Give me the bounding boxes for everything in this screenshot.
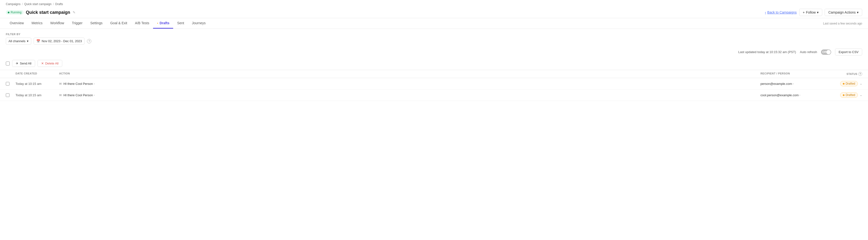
nav-tabs-list: Overview Metrics Workflow Trigger Settin… <box>6 18 823 29</box>
select-all-checkbox[interactable] <box>6 62 10 65</box>
breadcrumb: Campaigns / Quick start campaign / Draft… <box>0 0 868 7</box>
export-csv-button[interactable]: Export to CSV <box>835 49 862 56</box>
tab-settings[interactable]: Settings <box>87 18 106 29</box>
channel-filter[interactable]: All channels ▾ <box>6 37 31 44</box>
row-2-checkbox[interactable] <box>6 93 9 97</box>
row-1-checkbox[interactable] <box>6 82 9 86</box>
table-row: Today at 10:15 am ✉ HI there Cool Person… <box>0 89 868 101</box>
delete-all-button[interactable]: ✕ Delete All <box>37 60 62 67</box>
toggle-knob <box>826 50 831 54</box>
table-row: Today at 10:15 am ✉ HI there Cool Person… <box>0 78 868 89</box>
row-1-recipient-chevron: › <box>793 82 794 85</box>
breadcrumb-quick-start[interactable]: Quick start campaign <box>24 2 52 6</box>
status-label: Running <box>11 11 22 14</box>
row-2-checkbox-cell <box>6 93 16 97</box>
back-to-campaigns-button[interactable]: ‹ Back to Campaigns <box>765 10 797 14</box>
row-1-action-text: HI there Cool Person <box>63 82 93 86</box>
campaign-actions-label: Campaign Actions <box>828 10 856 14</box>
table-header: DATE CREATED ACTION RECIPIENT / PERSON S… <box>0 70 868 78</box>
date-range-filter[interactable]: 📅 Nov 02, 2023 - Dec 01, 2023 <box>34 37 85 44</box>
filter-bar: FILTER BY All channels ▾ 📅 Nov 02, 2023 … <box>0 29 868 47</box>
tab-trigger[interactable]: Trigger <box>68 18 87 29</box>
filter-label: FILTER BY <box>6 33 862 36</box>
send-all-button[interactable]: ✈ Send All <box>12 60 35 67</box>
row-1-drafted-badge: Drafted <box>840 81 858 86</box>
status-help-icon[interactable]: ? <box>858 72 862 76</box>
mail-icon-1: ✉ <box>59 82 62 86</box>
tab-workflow[interactable]: Workflow <box>46 18 68 29</box>
row-2-status: Drafted ⌄ <box>824 92 862 98</box>
back-label: Back to Campaigns <box>767 10 797 14</box>
row-2-recipient[interactable]: cool.person@example.com › <box>761 93 824 97</box>
top-bar-left: Running Quick start campaign ✎ <box>6 10 75 15</box>
chevron-right-icon-2: › <box>94 94 95 96</box>
toggle-off-label: Off <box>822 51 826 54</box>
send-icon: ✈ <box>16 62 19 65</box>
row-2-date: Today at 10:15 am <box>16 93 59 97</box>
row-2-recipient-chevron: › <box>800 94 800 96</box>
filter-controls: All channels ▾ 📅 Nov 02, 2023 - Dec 01, … <box>6 37 862 44</box>
row-2-status-chevron[interactable]: ⌄ <box>860 93 862 97</box>
delete-all-label: Delete All <box>45 62 59 65</box>
mail-icon-2: ✉ <box>59 93 62 97</box>
chevron-down-icon: ▾ <box>817 10 818 14</box>
chevron-right-icon-1: › <box>94 82 95 85</box>
th-status: STATUS ? <box>824 72 862 76</box>
row-2-email: cool.person@example.com <box>761 93 799 97</box>
follow-button[interactable]: + Follow ▾ <box>799 9 823 16</box>
campaign-actions-button[interactable]: Campaign Actions ▾ <box>825 9 862 16</box>
plus-icon: + <box>803 10 805 14</box>
nav-tabs: Overview Metrics Workflow Trigger Settin… <box>0 18 868 29</box>
row-1-date: Today at 10:15 am <box>16 82 59 86</box>
tab-sent[interactable]: Sent <box>173 18 188 29</box>
drafted-dot-1 <box>843 83 844 85</box>
follow-label: Follow <box>806 10 816 14</box>
row-1-action-link[interactable]: HI there Cool Person › <box>63 82 95 86</box>
last-updated-text: Last updated today at 10:15:32 am (PST) <box>738 50 796 54</box>
tab-journeys[interactable]: Journeys <box>188 18 210 29</box>
row-2-action-text: HI there Cool Person <box>63 93 93 97</box>
breadcrumb-sep-2: / <box>53 2 54 6</box>
row-1-checkbox-cell <box>6 82 16 86</box>
running-dot <box>8 12 9 13</box>
row-1-action: ✉ HI there Cool Person › <box>59 82 761 86</box>
th-date-created: DATE CREATED <box>16 72 59 76</box>
breadcrumb-campaigns[interactable]: Campaigns <box>6 2 21 6</box>
delete-icon: ✕ <box>41 62 44 65</box>
top-bar-right: ‹ Back to Campaigns + Follow ▾ Campaign … <box>765 9 862 16</box>
row-2-action-link[interactable]: HI there Cool Person › <box>63 93 95 97</box>
breadcrumb-sep-1: / <box>22 2 23 6</box>
drafted-dot-2 <box>843 94 844 96</box>
chevron-down-channel: ▾ <box>27 39 29 43</box>
tab-metrics[interactable]: Metrics <box>28 18 46 29</box>
channel-value: All channels <box>8 39 25 43</box>
update-bar: Last updated today at 10:15:32 am (PST) … <box>0 47 868 57</box>
breadcrumb-current: Drafts <box>55 2 63 6</box>
actions-row: ✈ Send All ✕ Delete All <box>0 57 868 70</box>
row-1-status-chevron[interactable]: ⌄ <box>860 82 862 85</box>
row-2-status-text: Drafted <box>846 93 855 97</box>
status-column-label: STATUS <box>846 72 857 76</box>
auto-refresh-toggle[interactable]: Off <box>821 50 831 55</box>
th-recipient: RECIPIENT / PERSON <box>761 72 824 76</box>
campaign-title: Quick start campaign <box>26 10 70 15</box>
tab-overview[interactable]: Overview <box>6 18 28 29</box>
tab-goal-exit[interactable]: Goal & Exit <box>106 18 131 29</box>
th-action: ACTION <box>59 72 761 76</box>
row-1-status-text: Drafted <box>846 82 855 85</box>
th-checkbox <box>6 72 16 76</box>
filter-help-icon[interactable]: ? <box>87 39 91 43</box>
row-2-action: ✉ HI there Cool Person › <box>59 93 761 97</box>
edit-icon[interactable]: ✎ <box>73 10 75 14</box>
row-2-drafted-badge: Drafted <box>840 92 858 98</box>
top-bar: Running Quick start campaign ✎ ‹ Back to… <box>0 7 868 18</box>
tab-ab-tests[interactable]: A/B Tests <box>131 18 153 29</box>
last-saved: Last saved a few seconds ago <box>823 19 862 28</box>
running-badge: Running <box>6 10 24 14</box>
send-all-label: Send All <box>20 62 31 65</box>
tab-drafts[interactable]: ●Drafts <box>153 18 173 29</box>
row-1-recipient[interactable]: person@example.com › <box>761 82 824 86</box>
row-1-status: Drafted ⌄ <box>824 81 862 86</box>
row-1-email: person@example.com <box>761 82 792 86</box>
calendar-icon: 📅 <box>36 39 40 43</box>
